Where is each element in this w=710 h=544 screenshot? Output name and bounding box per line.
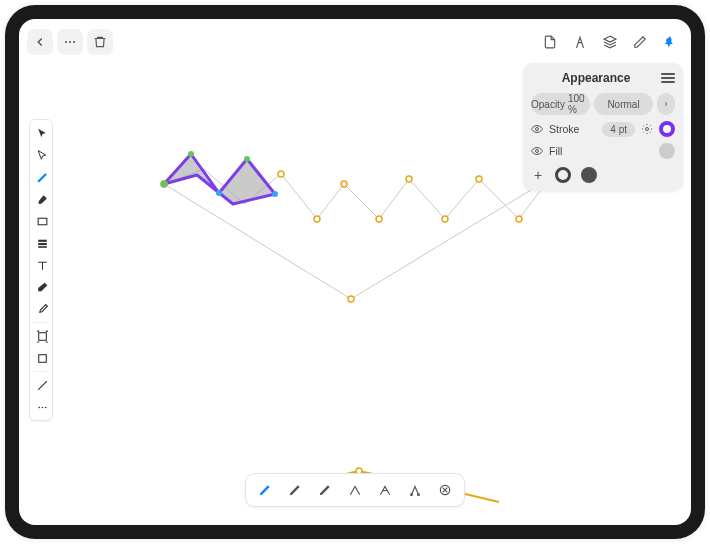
more-tools[interactable] — [30, 396, 54, 418]
svg-point-18 — [161, 181, 168, 188]
svg-point-32 — [44, 406, 46, 408]
blend-more-chevron[interactable] — [657, 93, 675, 115]
svg-point-34 — [646, 128, 649, 131]
blend-mode-pill[interactable]: Normal — [594, 93, 653, 115]
svg-rect-23 — [38, 218, 47, 225]
svg-rect-24 — [38, 239, 47, 241]
svg-rect-25 — [38, 242, 47, 244]
corner-point-icon[interactable] — [344, 479, 366, 501]
left-toolbar — [29, 119, 53, 421]
shape-tool[interactable] — [30, 232, 54, 254]
context-toolbar — [245, 473, 465, 507]
stroke-color-swatch[interactable] — [659, 121, 675, 137]
opacity-pill[interactable]: Opacity 100 % — [531, 93, 590, 115]
svg-rect-26 — [38, 246, 47, 248]
svg-point-8 — [476, 176, 482, 182]
stroke-weight-chip[interactable]: 4 pt — [602, 122, 635, 137]
svg-point-11 — [348, 296, 354, 302]
appearance-panel: Appearance Opacity 100 % Normal Stroke 4… — [523, 63, 683, 191]
svg-point-2 — [278, 171, 284, 177]
artboard-tool[interactable] — [30, 347, 54, 369]
pen-mode-icon[interactable] — [254, 479, 276, 501]
text-tool[interactable] — [30, 254, 54, 276]
transform-tool[interactable] — [30, 325, 54, 347]
svg-point-9 — [516, 216, 522, 222]
svg-point-35 — [536, 150, 539, 153]
svg-point-17 — [216, 190, 222, 196]
panel-menu-icon[interactable] — [661, 73, 675, 83]
eraser-tool[interactable] — [30, 276, 54, 298]
svg-point-6 — [406, 176, 412, 182]
handle-point-icon[interactable] — [404, 479, 426, 501]
svg-point-15 — [244, 156, 250, 162]
svg-point-4 — [341, 181, 347, 187]
svg-point-3 — [314, 216, 320, 222]
svg-point-16 — [272, 191, 278, 197]
svg-marker-0 — [164, 154, 275, 204]
svg-rect-27 — [38, 332, 46, 340]
stroke-toggle-icon[interactable] — [555, 167, 571, 183]
svg-point-14 — [188, 151, 194, 157]
visibility-icon[interactable] — [531, 123, 543, 135]
app-screen: Appearance Opacity 100 % Normal Stroke 4… — [19, 19, 691, 525]
stroke-options-gear-icon[interactable] — [641, 123, 653, 135]
eyedropper-tool[interactable] — [30, 298, 54, 320]
svg-line-29 — [38, 381, 47, 390]
panel-title: Appearance — [531, 71, 661, 85]
svg-point-31 — [41, 406, 43, 408]
fill-row: Fill — [531, 143, 675, 159]
close-path-icon[interactable] — [434, 479, 456, 501]
smooth-point-icon[interactable] — [374, 479, 396, 501]
fill-color-swatch[interactable] — [659, 143, 675, 159]
ipad-frame: Appearance Opacity 100 % Normal Stroke 4… — [5, 5, 705, 539]
stroke-row: Stroke 4 pt — [531, 121, 675, 137]
add-appearance-button[interactable]: + — [531, 167, 545, 183]
svg-point-5 — [376, 216, 382, 222]
line-tool[interactable] — [30, 374, 54, 396]
pen-cut-icon[interactable] — [314, 479, 336, 501]
pen-add-icon[interactable] — [284, 479, 306, 501]
fill-toggle-icon[interactable] — [581, 167, 597, 183]
appearance-add-row: + — [531, 165, 675, 183]
svg-point-7 — [442, 216, 448, 222]
direct-select-tool[interactable] — [30, 144, 54, 166]
visibility-icon[interactable] — [531, 145, 543, 157]
stroke-label: Stroke — [549, 123, 596, 135]
brush-tool[interactable] — [30, 188, 54, 210]
rect-tool[interactable] — [30, 210, 54, 232]
svg-point-33 — [536, 128, 539, 131]
fill-label: Fill — [549, 145, 653, 157]
svg-point-30 — [38, 406, 40, 408]
pen-tool[interactable] — [30, 166, 54, 188]
svg-rect-28 — [38, 354, 46, 362]
move-tool[interactable] — [30, 122, 54, 144]
